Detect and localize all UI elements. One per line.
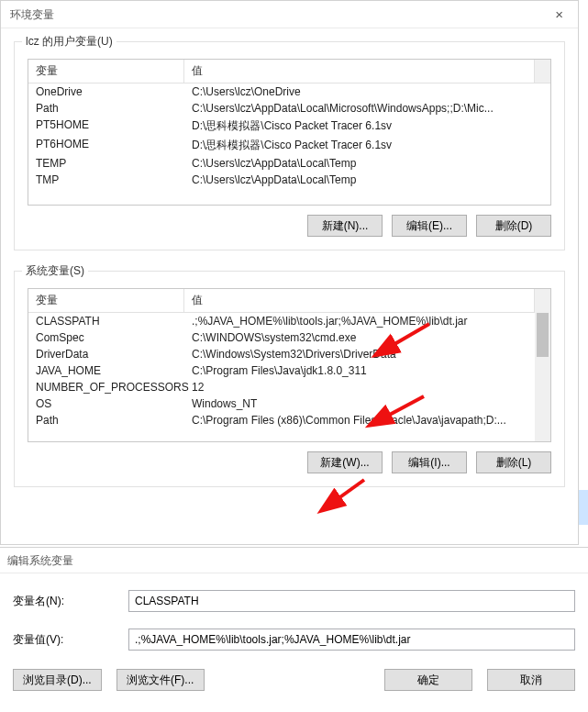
browse-file-button[interactable]: 浏览文件(F)... [116, 669, 205, 691]
dialog-body: lcz 的用户变量(U) 变量 值 OneDriveC:\Users\lcz\O… [1, 28, 578, 520]
user-vars-body: OneDriveC:\Users\lcz\OneDrivePathC:\User… [28, 83, 550, 188]
var-value-cell: C:\Users\lcz\AppData\Local\Temp [192, 157, 543, 170]
var-value-cell: D:\思科模拟器\Cisco Packet Tracer 6.1sv [192, 138, 543, 153]
col-header-value[interactable]: 值 [184, 289, 535, 312]
scroll-gutter [535, 60, 550, 83]
dialog2-button-row: 浏览目录(D)... 浏览文件(F)... 确定 取消 [13, 669, 575, 691]
var-value-cell: C:\Users\lcz\OneDrive [192, 85, 543, 98]
user-group-label: lcz 的用户变量(U) [22, 34, 116, 50]
var-name-cell: OneDrive [36, 85, 192, 98]
var-value-cell: D:\思科模拟器\Cisco Packet Tracer 6.1sv [192, 118, 543, 134]
sys-button-row: 新建(W)... 编辑(I)... 删除(L) [28, 451, 551, 473]
user-new-button[interactable]: 新建(N)... [307, 215, 383, 237]
var-name-cell: CLASSPATH [36, 315, 192, 328]
vertical-scrollbar[interactable] [535, 309, 550, 441]
table-row[interactable]: CLASSPATH.;%JAVA_HOME%\lib\tools.jar;%JA… [28, 313, 550, 329]
name-row: 变量名(N): [13, 590, 575, 612]
dialog2-title: 编辑系统变量 [0, 548, 588, 573]
var-name-cell: Path [36, 102, 192, 115]
table-row[interactable]: OneDriveC:\Users\lcz\OneDrive [28, 83, 550, 100]
close-icon[interactable]: × [549, 1, 569, 28]
var-value-input[interactable] [128, 629, 575, 651]
ok-button[interactable]: 确定 [384, 669, 472, 691]
var-name-cell: NUMBER_OF_PROCESSORS [36, 381, 192, 394]
var-value-cell: C:\Users\lcz\AppData\Local\Temp [192, 173, 543, 186]
user-vars-group: lcz 的用户变量(U) 变量 值 OneDriveC:\Users\lcz\O… [14, 41, 565, 250]
table-row[interactable]: TMPC:\Users\lcz\AppData\Local\Temp [28, 172, 550, 188]
table-header: 变量 值 [28, 60, 550, 83]
var-value-cell: C:\Windows\System32\Drivers\DriverData [192, 348, 543, 361]
var-name-cell: JAVA_HOME [36, 364, 192, 377]
var-name-cell: OS [36, 397, 192, 410]
var-value-cell: C:\WINDOWS\system32\cmd.exe [192, 331, 543, 344]
table-row[interactable]: JAVA_HOMEC:\Program Files\Java\jdk1.8.0_… [28, 362, 550, 379]
user-edit-button[interactable]: 编辑(E)... [392, 215, 467, 237]
scrollbar-thumb[interactable] [537, 313, 549, 357]
sys-new-button[interactable]: 新建(W)... [307, 451, 383, 473]
var-name-input[interactable] [128, 590, 575, 612]
dialog-title-bar: 环境变量 × [1, 1, 578, 28]
edit-sysvar-dialog: 编辑系统变量 变量名(N): 变量值(V): 浏览目录(D)... 浏览文件(F… [0, 547, 588, 704]
table-row[interactable]: DriverDataC:\Windows\System32\Drivers\Dr… [28, 346, 550, 362]
var-name-cell: ComSpec [36, 331, 192, 344]
value-row: 变量值(V): [13, 629, 575, 651]
table-row[interactable]: ComSpecC:\WINDOWS\system32\cmd.exe [28, 329, 550, 346]
var-name-cell: DriverData [36, 348, 192, 361]
var-value-cell: 12 [192, 381, 543, 394]
cancel-button[interactable]: 取消 [487, 669, 575, 691]
sys-vars-body: CLASSPATH.;%JAVA_HOME%\lib\tools.jar;%JA… [28, 313, 550, 428]
var-name-cell: PT6HOME [36, 138, 192, 153]
dialog-title: 环境变量 [10, 1, 54, 28]
user-button-row: 新建(N)... 编辑(E)... 删除(D) [28, 215, 551, 237]
var-value-cell: Windows_NT [192, 397, 543, 410]
table-row[interactable]: PathC:\Users\lcz\AppData\Local\Microsoft… [28, 100, 550, 117]
sys-vars-table[interactable]: 变量 值 CLASSPATH.;%JAVA_HOME%\lib\tools.ja… [28, 288, 551, 442]
col-header-name[interactable]: 变量 [28, 60, 184, 83]
col-header-name[interactable]: 变量 [28, 289, 184, 312]
browse-dir-button[interactable]: 浏览目录(D)... [13, 669, 102, 691]
sys-delete-button[interactable]: 删除(L) [476, 451, 551, 473]
table-row[interactable]: PT6HOMED:\思科模拟器\Cisco Packet Tracer 6.1s… [28, 136, 550, 155]
table-row[interactable]: OSWindows_NT [28, 395, 550, 412]
table-row[interactable]: NUMBER_OF_PROCESSORS12 [28, 379, 550, 395]
sys-group-label: 系统变量(S) [22, 263, 88, 279]
value-label: 变量值(V): [13, 632, 116, 648]
var-name-cell: TMP [36, 173, 192, 186]
var-value-cell: C:\Program Files (x86)\Common Files\Orac… [192, 414, 543, 427]
table-row[interactable]: TEMPC:\Users\lcz\AppData\Local\Temp [28, 155, 550, 172]
table-row[interactable]: PT5HOMED:\思科模拟器\Cisco Packet Tracer 6.1s… [28, 117, 550, 136]
user-delete-button[interactable]: 删除(D) [476, 215, 551, 237]
var-name-cell: PT5HOME [36, 118, 192, 134]
var-value-cell: C:\Users\lcz\AppData\Local\Microsoft\Win… [192, 102, 543, 115]
name-label: 变量名(N): [13, 594, 116, 609]
var-name-cell: Path [36, 414, 192, 427]
env-vars-dialog: 环境变量 × lcz 的用户变量(U) 变量 值 OneDriveC:\User… [0, 0, 579, 545]
user-vars-table[interactable]: 变量 值 OneDriveC:\Users\lcz\OneDrivePathC:… [28, 59, 551, 206]
var-value-cell: .;%JAVA_HOME%\lib\tools.jar;%JAVA_HOME%\… [192, 315, 543, 328]
table-header: 变量 值 [28, 289, 550, 313]
var-value-cell: C:\Program Files\Java\jdk1.8.0_311 [192, 364, 543, 377]
sys-vars-group: 系统变量(S) 变量 值 CLASSPATH.;%JAVA_HOME%\lib\… [14, 271, 565, 487]
var-name-cell: TEMP [36, 157, 192, 170]
table-row[interactable]: PathC:\Program Files (x86)\Common Files\… [28, 412, 550, 428]
col-header-value[interactable]: 值 [184, 60, 535, 83]
sys-edit-button[interactable]: 编辑(I)... [392, 451, 467, 473]
